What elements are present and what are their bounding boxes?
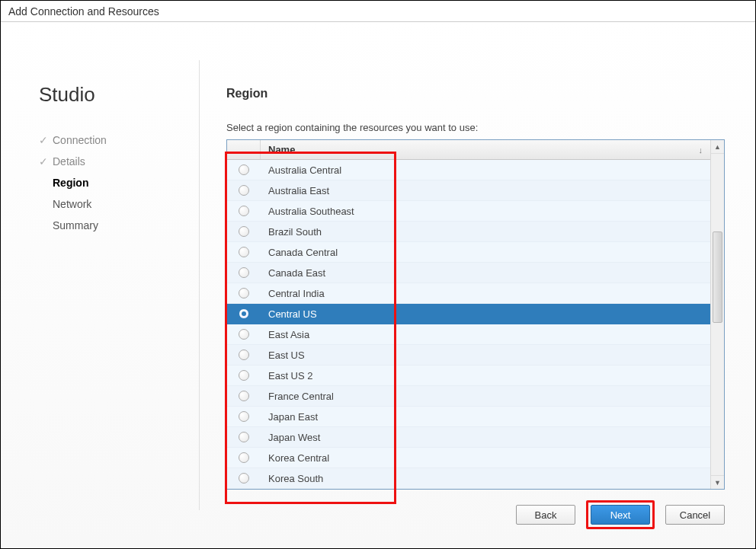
- region-row[interactable]: Central US: [227, 304, 710, 324]
- instruction-text: Select a region containing the resources…: [226, 122, 725, 133]
- region-radio[interactable]: [227, 267, 261, 278]
- region-row[interactable]: Japan West: [227, 427, 710, 448]
- region-name: Australia East: [261, 185, 710, 196]
- wizard-step-region[interactable]: Region: [39, 172, 191, 193]
- scroll-up-icon[interactable]: ▲: [711, 140, 724, 154]
- region-row[interactable]: Australia East: [227, 180, 710, 201]
- cancel-button[interactable]: Cancel: [665, 505, 725, 525]
- radio-icon: [239, 164, 249, 175]
- region-radio[interactable]: [227, 288, 261, 298]
- region-row[interactable]: Canada East: [227, 263, 710, 283]
- region-radio[interactable]: [227, 411, 261, 422]
- region-row[interactable]: East Asia: [227, 324, 710, 345]
- sort-arrow-icon: ↓: [699, 145, 703, 155]
- radio-icon: [239, 350, 249, 360]
- region-name: Korea Central: [261, 452, 710, 464]
- region-name: Central India: [261, 288, 710, 299]
- radio-icon: [239, 391, 249, 401]
- column-header-name: Name: [268, 144, 295, 155]
- back-button[interactable]: Back: [516, 505, 575, 525]
- region-row[interactable]: Australia Central: [227, 160, 710, 180]
- region-name: Australia Southeast: [261, 206, 710, 217]
- radio-icon: [239, 185, 249, 196]
- list-header: Name ↓: [227, 140, 710, 160]
- scroll-thumb[interactable]: [713, 231, 722, 323]
- radio-icon: [239, 432, 249, 442]
- region-row[interactable]: Central India: [227, 283, 710, 304]
- region-radio[interactable]: [227, 226, 261, 237]
- radio-icon: [239, 288, 249, 298]
- wizard-sidebar: Studio ConnectionDetailsRegionNetworkSum…: [1, 22, 199, 548]
- region-radio[interactable]: [227, 164, 261, 175]
- window-titlebar: Add Connection and Resources: [1, 1, 755, 22]
- header-name-col[interactable]: Name ↓: [261, 144, 710, 155]
- region-row[interactable]: Australia Southeast: [227, 201, 710, 222]
- region-name: Central US: [261, 308, 710, 320]
- region-name: Canada Central: [261, 247, 710, 258]
- region-name: France Central: [261, 391, 710, 402]
- region-radio[interactable]: [227, 185, 261, 196]
- region-row[interactable]: Brazil South: [227, 222, 710, 242]
- scroll-down-icon[interactable]: ▼: [711, 475, 724, 489]
- wizard-step-details[interactable]: Details: [39, 151, 191, 172]
- wizard-steps: ConnectionDetailsRegionNetworkSummary: [39, 129, 191, 236]
- region-listbox: Name ↓ Australia CentralAustralia EastAu…: [226, 139, 725, 490]
- region-radio[interactable]: [227, 247, 261, 257]
- wizard-step-connection[interactable]: Connection: [39, 129, 191, 151]
- region-name: Canada East: [261, 267, 710, 279]
- header-radio-col: [227, 140, 261, 159]
- radio-icon: [239, 247, 249, 257]
- radio-icon: [239, 370, 249, 381]
- region-radio[interactable]: [227, 452, 261, 463]
- region-radio[interactable]: [227, 391, 261, 401]
- region-name: East US: [261, 350, 710, 361]
- region-name: East Asia: [261, 329, 710, 340]
- region-radio[interactable]: [227, 308, 261, 319]
- app-name: Studio: [39, 83, 191, 107]
- region-name: Japan East: [261, 411, 710, 423]
- radio-icon: [239, 206, 249, 216]
- radio-icon: [239, 267, 249, 278]
- region-row[interactable]: East US: [227, 345, 710, 365]
- region-row[interactable]: East US 2: [227, 365, 710, 386]
- radio-icon: [239, 329, 249, 340]
- radio-icon: [239, 473, 249, 484]
- wizard-step-network[interactable]: Network: [39, 193, 191, 215]
- window-title: Add Connection and Resources: [8, 5, 159, 18]
- radio-icon: [239, 308, 249, 319]
- page-heading: Region: [226, 87, 725, 101]
- annotation-highlight-next: Next: [586, 500, 655, 529]
- region-name: Australia Central: [261, 164, 710, 176]
- wizard-footer: Back Next Cancel: [516, 500, 725, 529]
- main-panel: Region Select a region containing the re…: [200, 22, 755, 548]
- wizard-step-summary[interactable]: Summary: [39, 215, 191, 236]
- region-radio[interactable]: [227, 432, 261, 442]
- region-row[interactable]: Korea Central: [227, 448, 710, 468]
- region-rows: Australia CentralAustralia EastAustralia…: [227, 160, 710, 489]
- region-radio[interactable]: [227, 350, 261, 360]
- region-row[interactable]: Korea South: [227, 468, 710, 489]
- region-name: Korea South: [261, 473, 710, 484]
- vertical-scrollbar[interactable]: ▲ ▼: [710, 140, 724, 489]
- radio-icon: [239, 411, 249, 422]
- region-row[interactable]: France Central: [227, 386, 710, 407]
- region-name: Japan West: [261, 432, 710, 443]
- content-area: Studio ConnectionDetailsRegionNetworkSum…: [1, 22, 755, 548]
- radio-icon: [239, 226, 249, 237]
- next-button[interactable]: Next: [591, 505, 650, 525]
- region-name: Brazil South: [261, 226, 710, 238]
- region-row[interactable]: Canada Central: [227, 242, 710, 263]
- region-name: East US 2: [261, 370, 710, 381]
- radio-icon: [239, 452, 249, 463]
- region-row[interactable]: Japan East: [227, 407, 710, 427]
- region-radio[interactable]: [227, 206, 261, 216]
- region-radio[interactable]: [227, 473, 261, 484]
- region-radio[interactable]: [227, 370, 261, 381]
- region-radio[interactable]: [227, 329, 261, 340]
